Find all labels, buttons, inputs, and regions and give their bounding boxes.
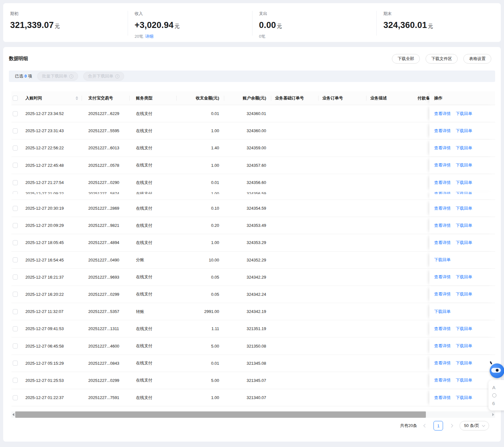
assistant-service-icon[interactable]: 6 (492, 401, 495, 406)
action-detail[interactable]: 查看详情 (434, 145, 451, 151)
action-download[interactable]: 下载回单 (456, 240, 472, 246)
action-download[interactable]: 下载回单 (456, 111, 472, 117)
action-download[interactable]: 下载回单 (456, 223, 472, 228)
row-checkbox[interactable] (13, 292, 18, 297)
row-checkbox[interactable] (13, 191, 18, 194)
download-filezone-button[interactable]: 下载文件区 (426, 54, 458, 64)
action-detail[interactable]: 查看详情 (434, 111, 451, 117)
assistant-robot-icon[interactable] (490, 363, 504, 378)
header-amount: 收支金额(元) (177, 91, 224, 105)
action-detail[interactable]: 查看详情 (434, 223, 451, 228)
row-checkbox[interactable] (13, 257, 18, 262)
row-checkbox[interactable] (13, 274, 18, 280)
download-all-button[interactable]: 下载全部 (392, 54, 420, 64)
prev-page-icon[interactable] (424, 424, 427, 427)
cell-txn: 20251227...0490 (82, 252, 130, 268)
table-row: 2025-12-27 01:25:53 20251227...0299 在线支付… (11, 372, 495, 389)
horizontal-scrollbar[interactable] (11, 411, 495, 418)
scroll-right-icon[interactable] (491, 411, 495, 418)
action-detail[interactable]: 查看详情 (434, 326, 451, 332)
cell-balance: 324354.59 (224, 200, 271, 217)
action-detail[interactable]: 查看详情 (434, 128, 451, 134)
action-download[interactable]: 下载回单 (456, 191, 472, 194)
scrollbar-thumb[interactable] (15, 411, 426, 418)
cell-type: 在线支付 (130, 200, 177, 217)
table-row: 2025-12-27 21:27:54 20251227...0290 在线支付… (11, 174, 495, 191)
row-checkbox[interactable] (13, 309, 18, 314)
cell-actions: 查看详情下载回单 (429, 200, 495, 217)
cell-desc (366, 269, 418, 286)
summary-opening: 期初 321,339.07元 (3, 3, 128, 42)
cell-balance: 321351.19 (224, 320, 271, 337)
action-detail[interactable]: 查看详情 (434, 206, 451, 211)
header-action: 操作 (429, 91, 495, 105)
row-checkbox[interactable] (13, 343, 18, 349)
row-checkbox[interactable] (13, 240, 18, 245)
assistant-circle-icon[interactable] (492, 393, 496, 397)
action-download[interactable]: 下载回单 (456, 145, 472, 151)
cell-amount: 10.00 (177, 252, 224, 268)
cell-checkbox (11, 372, 25, 389)
cell-type: 分账 (130, 252, 177, 268)
action-detail[interactable]: 查看详情 (434, 180, 451, 186)
assistant-ai-label[interactable]: A (492, 385, 495, 390)
row-checkbox[interactable] (13, 326, 18, 331)
cell-txn: 20251227...0290 (82, 174, 130, 191)
row-checkbox[interactable] (13, 223, 18, 228)
row-checkbox[interactable] (13, 378, 18, 383)
action-detail[interactable]: 查看详情 (434, 240, 451, 246)
table-settings-button[interactable]: 表格设置 (463, 54, 491, 64)
action-download[interactable]: 下载回单 (434, 257, 451, 263)
header-time[interactable]: 入账时间 (25, 91, 82, 105)
scroll-left-icon[interactable] (11, 411, 15, 418)
action-detail[interactable]: 查看详情 (434, 377, 451, 383)
action-download[interactable]: 下载回单 (456, 274, 472, 280)
cell-base-order (271, 355, 319, 372)
action-download[interactable]: 下载回单 (456, 395, 472, 401)
action-download[interactable]: 下载回单 (456, 162, 472, 168)
action-download[interactable]: 下载回单 (456, 291, 472, 297)
action-detail[interactable]: 查看详情 (434, 162, 451, 168)
action-detail[interactable]: 查看详情 (434, 191, 451, 194)
action-detail[interactable]: 查看详情 (434, 274, 451, 280)
cell-checkbox (11, 217, 25, 234)
action-detail[interactable]: 查看详情 (434, 360, 451, 366)
cell-time: 2025-12-27 21:27:54 (25, 174, 82, 191)
action-download[interactable]: 下载回单 (456, 206, 472, 211)
assistant-panel[interactable]: A 6 (488, 380, 504, 410)
cell-base-order (271, 200, 319, 217)
cell-checkbox (11, 337, 25, 354)
cell-time: 2025-12-27 16:20:22 (25, 286, 82, 303)
row-checkbox[interactable] (13, 111, 18, 116)
row-checkbox[interactable] (13, 206, 18, 211)
action-download[interactable]: 下载回单 (456, 377, 472, 383)
action-detail[interactable]: 查看详情 (434, 395, 451, 401)
cell-order (319, 191, 366, 200)
page: { "summary": { "cards": [ { "label": "期初… (0, 0, 504, 447)
cell-order (319, 303, 366, 320)
row-checkbox[interactable] (13, 180, 18, 185)
next-page-icon[interactable] (450, 424, 453, 427)
row-checkbox[interactable] (13, 395, 18, 400)
select-all-checkbox[interactable] (13, 96, 18, 101)
sort-icon[interactable] (76, 96, 78, 100)
row-checkbox[interactable] (13, 128, 18, 133)
action-detail[interactable]: 查看详情 (434, 291, 451, 297)
page-number[interactable]: 1 (433, 421, 443, 430)
action-download[interactable]: 下载回单 (456, 360, 472, 366)
action-download[interactable]: 下载回单 (456, 326, 472, 332)
row-checkbox[interactable] (13, 146, 18, 151)
merge-download-button[interactable]: 合并下载回单 (83, 72, 124, 81)
action-detail[interactable]: 查看详情 (434, 343, 451, 349)
action-download[interactable]: 下载回单 (434, 309, 451, 315)
table-row: 2025-12-27 22:56:22 20251227...6013 在线支付… (11, 139, 495, 157)
income-detail-link[interactable]: 详细 (145, 34, 153, 39)
action-download[interactable]: 下载回单 (456, 180, 472, 186)
action-download[interactable]: 下载回单 (456, 128, 472, 134)
row-checkbox[interactable] (13, 163, 18, 168)
action-download[interactable]: 下载回单 (456, 343, 472, 349)
row-checkbox[interactable] (13, 361, 18, 366)
page-size-select[interactable]: 50 条/页 (460, 421, 489, 430)
cell-time: 2025-12-27 23:31:43 (25, 122, 82, 139)
batch-download-button[interactable]: 批量下载回单 (37, 72, 78, 81)
